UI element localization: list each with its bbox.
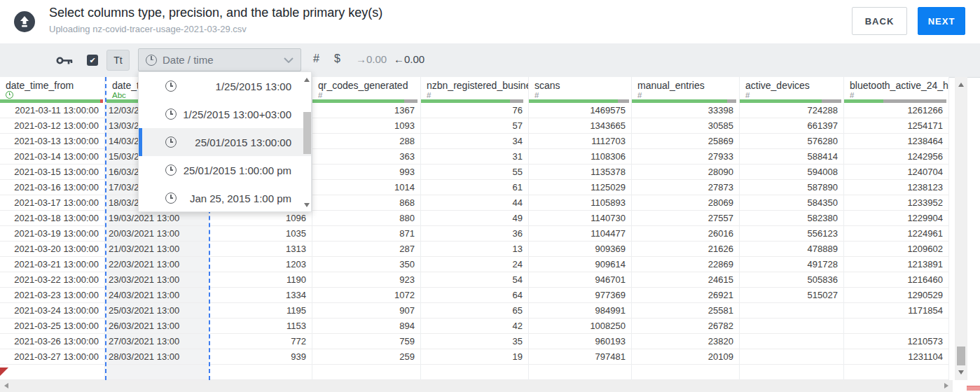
table-cell[interactable]: 2021-03-22 13:00:00 [0,272,104,288]
table-cell[interactable]: 26/03/2021 13:00 [106,318,209,334]
table-cell[interactable]: 894 [312,318,420,334]
table-cell[interactable]: 1210573 [844,334,948,349]
column[interactable]: active_devices#7242886613975762805884145… [740,77,844,380]
table-cell[interactable]: 909614 [529,257,631,272]
table-cell[interactable]: 65 [421,303,528,318]
table-cell[interactable] [312,365,420,380]
table-cell[interactable]: 1104477 [529,226,631,241]
table-cell[interactable]: 13 [421,241,528,257]
table-cell[interactable]: 1224961 [844,226,948,241]
table-cell[interactable] [106,365,209,380]
table-cell[interactable]: 35 [421,334,528,349]
table-cell[interactable]: 20/03/2021 13:00 [106,226,209,241]
table-cell[interactable]: 1313 [210,241,312,257]
table-cell[interactable]: 26016 [632,226,739,241]
table-cell[interactable]: 24615 [632,272,739,288]
table-cell[interactable]: 2021-03-18 13:00:00 [0,211,104,226]
table-cell[interactable]: 2021-03-13 13:00:00 [0,134,104,149]
table-cell[interactable]: 556123 [740,226,843,241]
table-cell[interactable]: 30585 [632,118,739,134]
table-cell[interactable]: 993 [312,164,420,180]
table-cell[interactable]: 1209602 [844,241,948,257]
table-cell[interactable]: 1229904 [844,211,948,226]
table-cell[interactable]: 28069 [632,195,739,211]
table-cell[interactable]: 288 [312,134,420,149]
table-cell[interactable]: 1216460 [844,272,948,288]
text-type-button[interactable]: Tt [106,50,130,71]
table-cell[interactable]: 977369 [529,288,631,303]
table-cell[interactable]: 21/03/2021 13:00 [106,241,209,257]
table-cell[interactable] [844,365,948,380]
table-cell[interactable]: 2021-03-12 13:00:00 [0,118,104,134]
table-cell[interactable]: 287 [312,241,420,257]
table-cell[interactable]: 24/03/2021 13:00 [106,288,209,303]
table-cell[interactable]: 2021-03-24 13:00:00 [0,303,104,318]
table-cell[interactable]: 28090 [632,164,739,180]
table-cell[interactable]: 1195 [210,303,312,318]
table-cell[interactable] [421,365,528,380]
table-cell[interactable]: 2021-03-19 13:00:00 [0,226,104,241]
column-header[interactable]: qr_codes_generated# [312,77,420,103]
primary-key-icon[interactable] [56,56,73,65]
table-cell[interactable] [0,365,104,380]
table-cell[interactable]: 34 [421,134,528,149]
dropdown-item[interactable]: 25/01/2015 13:00:00 [139,128,311,156]
vertical-scroll-thumb[interactable] [957,346,965,365]
table-cell[interactable] [210,365,312,380]
table-cell[interactable]: 2021-03-21 13:00:00 [0,257,104,272]
table-cell[interactable]: 31 [421,149,528,164]
column[interactable]: nzbn_registered_busine#76573431556144493… [421,77,529,380]
table-cell[interactable] [740,334,843,349]
column-header[interactable]: nzbn_registered_busine# [421,77,528,103]
table-cell[interactable]: 2021-03-15 13:00:00 [0,164,104,180]
decimal-decrease-button[interactable]: →0.00 [356,53,387,65]
table-cell[interactable]: 64 [421,288,528,303]
table-cell[interactable]: 661397 [740,118,843,134]
vertical-scrollbar[interactable] [955,77,967,380]
table-cell[interactable]: 28/03/2021 13:00 [106,349,209,365]
column-header[interactable]: scans# [529,77,631,103]
table-cell[interactable]: 2021-03-14 13:00:00 [0,149,104,164]
table-cell[interactable]: 1469575 [529,103,631,118]
table-cell[interactable]: 582380 [740,211,843,226]
table-cell[interactable]: 20109 [632,349,739,365]
table-cell[interactable]: 797481 [529,349,631,365]
table-cell[interactable]: 1093 [312,118,420,134]
table-cell[interactable]: 1125029 [529,180,631,195]
table-cell[interactable]: 909369 [529,241,631,257]
table-cell[interactable]: 1213891 [844,257,948,272]
scroll-down-icon[interactable] [958,370,964,374]
column-header[interactable]: bluetooth_active_24_hr_# [844,77,948,103]
table-cell[interactable]: 1238464 [844,134,948,149]
next-button[interactable]: NEXT [918,7,965,35]
table-cell[interactable]: 57 [421,118,528,134]
table-cell[interactable]: 1135378 [529,164,631,180]
table-cell[interactable]: 54 [421,272,528,288]
table-cell[interactable]: 505836 [740,272,843,288]
table-cell[interactable]: 27873 [632,180,739,195]
table-cell[interactable]: 984991 [529,303,631,318]
table-cell[interactable]: 1367 [312,103,420,118]
table-cell[interactable]: 588414 [740,149,843,164]
table-cell[interactable]: 868 [312,195,420,211]
table-cell[interactable]: 772 [210,334,312,349]
table-cell[interactable]: 1290529 [844,288,948,303]
table-cell[interactable]: 939 [210,349,312,365]
table-cell[interactable] [529,365,631,380]
table-cell[interactable]: 1096 [210,211,312,226]
currency-type-button[interactable]: $ [334,52,340,65]
column[interactable]: bluetooth_active_24_hr_#1261266125417112… [844,77,949,380]
table-cell[interactable]: 49 [421,211,528,226]
table-cell[interactable]: 259 [312,349,420,365]
scroll-up-icon[interactable] [958,83,964,87]
table-cell[interactable]: 907 [312,303,420,318]
scroll-up-icon[interactable] [304,78,310,82]
table-cell[interactable]: 1231104 [844,349,948,365]
table-cell[interactable]: 22/03/2021 13:00 [106,257,209,272]
table-cell[interactable]: 594008 [740,164,843,180]
column[interactable]: scans#1469575134366511127031108306113537… [529,77,632,380]
table-cell[interactable]: 1008250 [529,318,631,334]
dropdown-scroll-thumb[interactable] [303,112,311,154]
table-cell[interactable] [740,303,843,318]
table-cell[interactable]: 1343665 [529,118,631,134]
